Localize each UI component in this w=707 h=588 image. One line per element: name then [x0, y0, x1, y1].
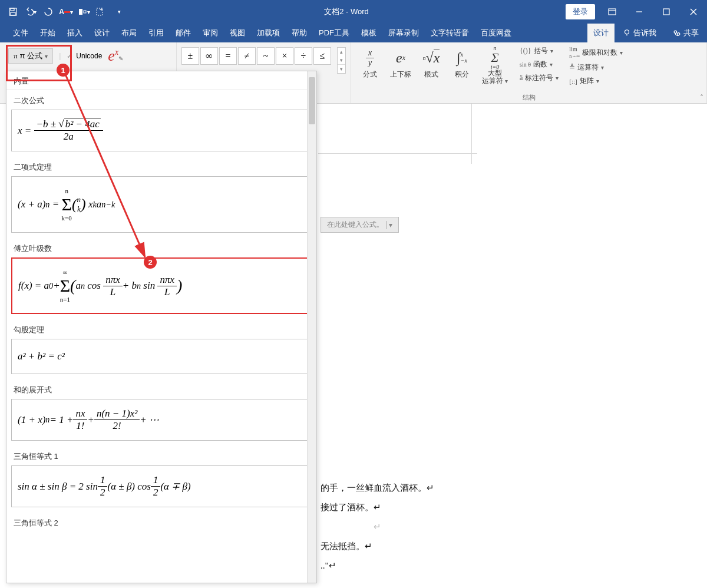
redo-icon[interactable]	[40, 4, 57, 20]
tab-equation-design[interactable]: 设计	[587, 24, 615, 42]
document-canvas[interactable]: 在此处键入公式。 ▾ 的手，一丝鲜血流入酒杯。↵ 接过了酒杯。↵ ↵ 无法抵挡。…	[318, 104, 707, 588]
large-operator-label: 大型运算符 ▾	[482, 70, 508, 85]
svg-rect-4	[84, 11, 86, 13]
symbol-tilde[interactable]: ~	[257, 47, 275, 65]
script-label: 上下标	[390, 70, 411, 80]
radical-icon: n√x	[421, 47, 442, 68]
gallery-down-icon[interactable]: ▾	[338, 56, 345, 64]
equation-placeholder-text: 在此处键入公式。	[327, 220, 384, 230]
equation-trig1[interactable]: sin α ± sin β = 2 sin 12(α ± β) cos 12(α…	[11, 465, 312, 507]
matrix-button[interactable]: [::] 矩阵 ▾	[567, 75, 625, 87]
symbol-leq[interactable]: ≤	[313, 47, 331, 65]
doc-line-1: 的手，一丝鲜血流入酒杯。↵	[321, 478, 434, 498]
svg-rect-6	[609, 9, 616, 15]
tab-baidu[interactable]: 百度网盘	[475, 24, 517, 42]
login-button[interactable]: 登录	[566, 4, 595, 19]
font-color-icon[interactable]: A▾	[58, 4, 74, 20]
symbol-div[interactable]: ÷	[295, 47, 312, 65]
script-button[interactable]: ex 上下标	[386, 45, 415, 80]
tab-help[interactable]: 帮助	[286, 24, 313, 42]
limit-label: 极限和对数	[582, 48, 617, 58]
matrix-label: 矩阵	[580, 76, 594, 86]
tab-home[interactable]: 开始	[34, 24, 61, 42]
collapse-ribbon-icon[interactable]: ˄	[700, 94, 703, 102]
tab-mailings[interactable]: 邮件	[170, 24, 197, 42]
matrix-icon: [::]	[569, 78, 577, 85]
gallery-up-icon[interactable]: ▴	[338, 48, 345, 56]
symbol-gallery: ± ∞ = ≠ ~ × ÷ ≤	[181, 45, 335, 65]
qat-customize-icon[interactable]: ▾	[111, 4, 127, 20]
tab-references[interactable]: 引用	[143, 24, 170, 42]
share-icon	[673, 29, 681, 37]
large-operator-button[interactable]: nΣi=0 大型运算符 ▾	[478, 45, 511, 85]
undo-icon[interactable]: ▾	[22, 4, 39, 20]
category-trig1: 三角恒等式 1	[6, 445, 316, 464]
doc-line-3: ↵	[321, 517, 434, 537]
maximize-icon[interactable]	[653, 0, 680, 24]
fraction-button[interactable]: xy 分式	[356, 45, 384, 80]
sum-icon: nΣi=0	[484, 47, 506, 68]
unicode-label: Unicode	[76, 52, 102, 60]
symbol-times[interactable]: ×	[276, 47, 293, 65]
gallery-more-icon[interactable]: ▾	[338, 64, 345, 73]
equation-pythag[interactable]: a² + b² = c²	[11, 339, 312, 374]
annotation-arrow	[57, 70, 163, 270]
tab-insert[interactable]: 插入	[61, 24, 88, 42]
svg-rect-2	[11, 12, 15, 15]
operator-button[interactable]: ≜ 运算符 ▾	[567, 61, 625, 74]
svg-point-12	[625, 30, 629, 34]
tab-screenrec[interactable]: 屏幕录制	[382, 24, 425, 42]
operator-label: 运算符	[577, 62, 599, 72]
integral-label: 积分	[455, 70, 469, 80]
equation-options-icon[interactable]: ▾	[386, 221, 392, 229]
lightbulb-icon	[623, 29, 631, 37]
function-label: 函数	[533, 60, 547, 70]
ribbon-display-icon[interactable]	[599, 0, 626, 24]
tab-layout[interactable]: 布局	[115, 24, 143, 42]
layout-icon[interactable]: ▾	[75, 4, 92, 20]
category-trig2: 三角恒等式 2	[6, 512, 316, 531]
tab-addins[interactable]: 加载项	[251, 24, 286, 42]
symbol-neq[interactable]: ≠	[238, 47, 256, 65]
share-button[interactable]: 共享	[665, 24, 707, 42]
annotation-badge-1: 1	[57, 64, 70, 77]
tab-file[interactable]: 文件	[7, 24, 34, 42]
ink-equation-icon[interactable]: ex✎	[108, 47, 123, 65]
svg-point-15	[677, 33, 679, 35]
save-icon[interactable]	[5, 4, 21, 20]
unicode-option[interactable]: ✓ Unicode	[67, 52, 102, 60]
minimize-icon[interactable]	[626, 0, 653, 24]
tab-tts[interactable]: 文字转语音	[425, 24, 475, 42]
svg-rect-1	[11, 8, 14, 11]
bracket-button[interactable]: {()} 括号 ▾	[517, 45, 561, 57]
function-icon: sin θ	[520, 61, 531, 68]
close-icon[interactable]	[680, 0, 707, 24]
page-edge-vert	[471, 104, 473, 164]
tab-design[interactable]: 设计	[88, 24, 115, 42]
script-icon: ex	[390, 47, 411, 68]
tab-pdf[interactable]: PDF工具	[313, 24, 355, 42]
ribbon-tabs: 文件 开始 插入 设计 布局 引用 邮件 审阅 视图 加载项 帮助 PDF工具 …	[0, 24, 707, 42]
tab-view[interactable]: 视图	[224, 24, 251, 42]
equation-placeholder[interactable]: 在此处键入公式。 ▾	[321, 217, 399, 233]
fraction-icon: xy	[359, 47, 381, 68]
tab-template[interactable]: 模板	[355, 24, 382, 42]
limit-button[interactable]: limn→∞ 极限和对数 ▾	[567, 45, 625, 60]
equation-sumexp[interactable]: (1 + x)n = 1 + nx1! + n(n − 1)x²2! + ⋯	[11, 399, 312, 441]
radical-button[interactable]: n√x 根式	[417, 45, 445, 80]
function-button[interactable]: sin θ 函数 ▾	[517, 58, 561, 71]
accent-button[interactable]: ä 标注符号 ▾	[517, 72, 561, 84]
window-controls: 登录	[566, 0, 707, 24]
fraction-label: 分式	[363, 70, 377, 80]
tab-review[interactable]: 审阅	[197, 24, 224, 42]
gallery-scrollbar[interactable]	[307, 71, 316, 583]
symbol-pm[interactable]: ±	[181, 47, 199, 65]
tell-me[interactable]: 告诉我	[615, 24, 665, 42]
symbol-infty[interactable]: ∞	[200, 47, 218, 65]
operator-icon: ≜	[569, 63, 575, 72]
new-doc-icon[interactable]: +	[93, 4, 110, 20]
integral-button[interactable]: ∫x−x 积分	[448, 45, 476, 80]
limit-icon: limn→∞	[569, 46, 580, 59]
bracket-icon: {()}	[520, 47, 531, 55]
symbol-eq[interactable]: =	[219, 47, 237, 65]
